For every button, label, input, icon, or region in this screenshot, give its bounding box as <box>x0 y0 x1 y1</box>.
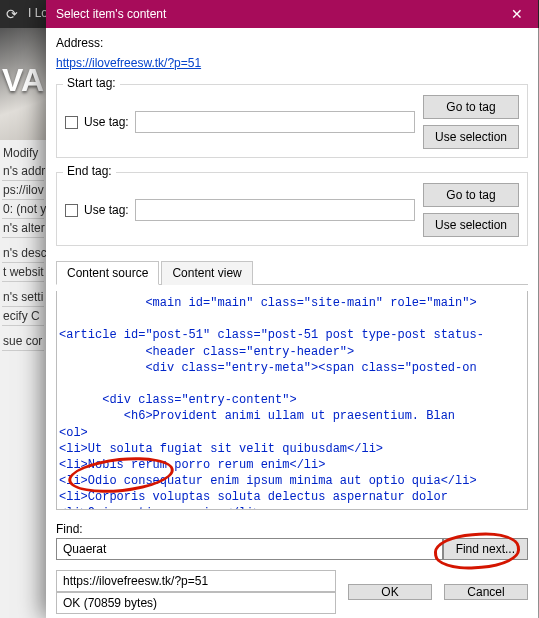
content-source-panel: <main id="main" class="site-main" role="… <box>56 291 528 510</box>
close-button[interactable]: ✕ <box>496 0 538 28</box>
end-use-tag-checkbox[interactable] <box>65 204 78 217</box>
cancel-button[interactable]: Cancel <box>444 584 528 600</box>
end-tag-input[interactable] <box>135 199 415 221</box>
content-source-code[interactable]: <main id="main" class="site-main" role="… <box>59 295 525 509</box>
start-use-tag-label: Use tag: <box>84 115 129 129</box>
background-sidebar-panel: Modify n's addr ps://ilov 0: (not y n's … <box>0 140 46 618</box>
select-item-content-dialog: Select item's content ✕ Address: https:/… <box>46 0 538 618</box>
find-input[interactable] <box>56 538 443 560</box>
status-bytes: OK (70859 bytes) <box>56 592 336 614</box>
background-logo-fragment: VA <box>0 30 46 130</box>
background-modify-label: Modify <box>2 144 44 162</box>
find-next-button[interactable]: Find next... <box>443 538 528 560</box>
dialog-title-bar[interactable]: Select item's content ✕ <box>46 0 538 28</box>
tab-content-source[interactable]: Content source <box>56 261 159 285</box>
background-tab-title: I Lo <box>28 6 48 20</box>
background-row: n's alter <box>2 219 44 238</box>
end-tag-group: End tag: Use tag: Go to tag Use selectio… <box>56 172 528 246</box>
start-use-selection-button[interactable]: Use selection <box>423 125 519 149</box>
reload-icon: ⟳ <box>6 6 18 22</box>
status-url: https://ilovefreesw.tk/?p=51 <box>56 570 336 592</box>
find-label: Find: <box>56 522 528 536</box>
start-tag-input[interactable] <box>135 111 415 133</box>
end-use-tag-label: Use tag: <box>84 203 129 217</box>
background-row: n's setti <box>2 288 44 307</box>
dialog-title: Select item's content <box>56 7 496 21</box>
end-tag-legend: End tag: <box>63 164 116 178</box>
tab-content-view[interactable]: Content view <box>161 261 252 285</box>
background-row: ps://ilov <box>2 181 44 200</box>
background-row: n's addr <box>2 162 44 181</box>
background-row: 0: (not y <box>2 200 44 219</box>
background-row: ecify C <box>2 307 44 326</box>
background-row: t websit <box>2 263 44 282</box>
end-go-to-tag-button[interactable]: Go to tag <box>423 183 519 207</box>
content-source-scroll[interactable]: <main id="main" class="site-main" role="… <box>57 291 527 509</box>
start-tag-legend: Start tag: <box>63 76 120 90</box>
start-use-tag-checkbox[interactable] <box>65 116 78 129</box>
start-go-to-tag-button[interactable]: Go to tag <box>423 95 519 119</box>
close-icon: ✕ <box>511 6 523 22</box>
end-use-selection-button[interactable]: Use selection <box>423 213 519 237</box>
background-row: n's desc <box>2 244 44 263</box>
address-link[interactable]: https://ilovefreesw.tk/?p=51 <box>56 56 528 70</box>
background-row: sue cor <box>2 332 44 351</box>
ok-button[interactable]: OK <box>348 584 432 600</box>
address-label: Address: <box>56 36 528 50</box>
content-tabs: Content source Content view <box>56 260 528 285</box>
start-tag-group: Start tag: Use tag: Go to tag Use select… <box>56 84 528 158</box>
